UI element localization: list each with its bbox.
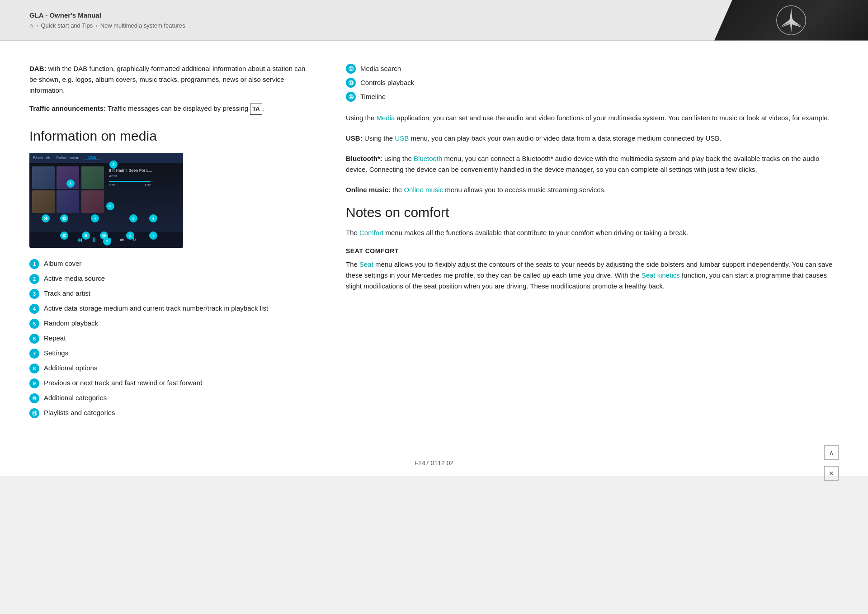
dot-7: 7 [149, 231, 157, 240]
bluetooth-label: Bluetooth*: [346, 155, 382, 162]
dot-4: 4 [91, 214, 99, 222]
dab-paragraph: DAB: with the DAB function, graphically … [29, 63, 310, 96]
list-item-5: 5 Random playback [29, 318, 310, 329]
badge-5: 5 [29, 319, 39, 329]
dot-6: 6 [149, 214, 157, 222]
info-on-media-title: Information on media [29, 128, 310, 144]
item-6-text: Repeat [44, 333, 66, 344]
badge-4: 4 [29, 304, 39, 314]
breadcrumb-item-2: New multimedia system features [100, 22, 185, 29]
right-item-14: ⑭ Timeline [346, 91, 839, 102]
right-item-13: ⑬ Controls playback [346, 77, 839, 88]
badge-12: ⑫ [346, 64, 356, 74]
home-icon[interactable]: ⌂ [29, 22, 33, 29]
seat-link[interactable]: Seat [359, 260, 373, 268]
features-list: 1 Album cover 2 Active media source 3 Tr… [29, 259, 310, 418]
badge-2: 2 [29, 274, 39, 284]
col-left: DAB: with the DAB function, graphically … [29, 63, 310, 423]
traffic-paragraph: Traffic announcements: Traffic messages … [29, 103, 310, 115]
seat-comfort-paragraph: The Seat menu allows you to flexibly adj… [346, 259, 839, 292]
page-code: F247 0112 02 [415, 459, 453, 467]
dot-2: 2 [109, 161, 118, 169]
item-2-text: Active media source [44, 274, 105, 284]
comfort-text: menu makes all the functions available t… [386, 229, 689, 236]
list-item-1: 1 Album cover [29, 259, 310, 269]
badge-10: ⑩ [29, 393, 39, 403]
dab-label: DAB: [29, 65, 47, 72]
two-col-layout: DAB: with the DAB function, graphically … [29, 63, 839, 423]
breadcrumb-sep-1: › [36, 22, 38, 29]
dot-10: ⑩ [82, 231, 90, 240]
mercedes-logo [775, 5, 807, 36]
nav-arrows: ∧ ✕ [824, 445, 839, 481]
breadcrumb-sep-2: › [95, 22, 97, 29]
dot-12: ⑫ [60, 231, 68, 240]
seat-kinetics-link[interactable]: Seat kinetics [642, 271, 680, 279]
traffic-text: Traffic messages can be displayed by pre… [108, 104, 248, 112]
badge-9: 9 [29, 378, 39, 388]
bluetooth-paragraph: Bluetooth*: using the Bluetooth menu, yo… [346, 153, 839, 176]
notes-comfort-title: Notes on comfort [346, 205, 839, 220]
badge-1: 1 [29, 259, 39, 269]
list-item-7: 7 Settings [29, 348, 310, 359]
header-left: GLA - Owner's Manual ⌂ › Quick start and… [0, 11, 714, 29]
media-text: application, you can set and use the aud… [397, 114, 830, 122]
main-content: DAB: with the DAB function, graphically … [0, 41, 868, 450]
list-item-4: 4 Active data storage medium and current… [29, 303, 310, 314]
badge-8: 8 [29, 364, 39, 373]
col-right: ⑫ Media search ⑬ Controls playback ⑭ Tim… [346, 63, 839, 423]
item-7-text: Settings [44, 348, 68, 359]
dab-text: with the DAB function, graphically forma… [29, 65, 305, 94]
badge-7: 7 [29, 349, 39, 359]
logo-area [714, 0, 868, 41]
list-item-9: 9 Previous or next track and fast rewind… [29, 378, 310, 388]
bluetooth-link[interactable]: Bluetooth [414, 155, 442, 162]
item-9-text: Previous or next track and fast rewind o… [44, 378, 203, 388]
screen-dot-labels: 1 2 3 4 5 6 7 8 9 ⑩ ⑪ ⑫ ⑬ ⑭ [29, 153, 183, 248]
usb-link[interactable]: USB [395, 134, 409, 142]
svg-point-7 [789, 18, 793, 22]
right-item-14-text: Timeline [360, 93, 386, 100]
nav-up-arrow[interactable]: ∧ [824, 445, 839, 460]
list-item-2: 2 Active media source [29, 274, 310, 284]
dab-section: DAB: with the DAB function, graphically … [29, 63, 310, 115]
breadcrumb: ⌂ › Quick start and Tips › New multimedi… [29, 22, 714, 29]
right-features-list: ⑫ Media search ⑬ Controls playback ⑭ Tim… [346, 63, 839, 102]
media-link[interactable]: Media [377, 114, 395, 122]
item-8-text: Additional options [44, 363, 97, 373]
list-item-3: 3 Track and artist [29, 288, 310, 299]
breadcrumb-item-1[interactable]: Quick start and Tips [41, 22, 93, 29]
right-item-12-text: Media search [360, 65, 401, 72]
badge-11: ⑪ [29, 408, 39, 418]
dot-13: ⑬ [60, 214, 68, 222]
item-1-text: Album cover [44, 259, 81, 269]
dot-3: 3 [106, 202, 114, 210]
list-item-10: ⑩ Additional categories [29, 393, 310, 403]
item-11-text: Playlists and categories [44, 408, 115, 418]
usb-text: menu, you can play back your own audio o… [410, 134, 721, 142]
list-item-8: 8 Additional options [29, 363, 310, 373]
right-item-12: ⑫ Media search [346, 63, 839, 74]
badge-3: 3 [29, 289, 39, 299]
right-item-13-text: Controls playback [360, 79, 414, 86]
online-text: menu allows you to access music streamin… [445, 186, 606, 194]
traffic-label: Traffic announcements: [29, 104, 106, 112]
comfort-paragraph: The Comfort menu makes all the functions… [346, 227, 839, 238]
list-item-6: 6 Repeat [29, 333, 310, 344]
footer: F247 0112 02 ∧ ✕ [0, 450, 868, 476]
online-link[interactable]: Online music [404, 186, 443, 194]
nav-down-arrow[interactable]: ✕ [824, 466, 839, 481]
page-title: GLA - Owner's Manual [29, 11, 714, 19]
dot-14: ⑭ [42, 214, 50, 222]
media-paragraph: Using the Media application, you can set… [346, 113, 839, 124]
badge-6: 6 [29, 334, 39, 344]
comfort-link[interactable]: Comfort [359, 229, 383, 236]
dot-1: 1 [66, 179, 75, 188]
seat-comfort-title: SEAT COMFORT [346, 247, 839, 255]
svg-marker-1 [790, 8, 793, 20]
dot-5: 5 [129, 214, 137, 222]
online-paragraph: Online music: the Online music menu allo… [346, 184, 839, 196]
ta-button: TA [250, 104, 262, 115]
online-label: Online music: [346, 186, 391, 194]
dot-8: 8 [126, 231, 134, 240]
